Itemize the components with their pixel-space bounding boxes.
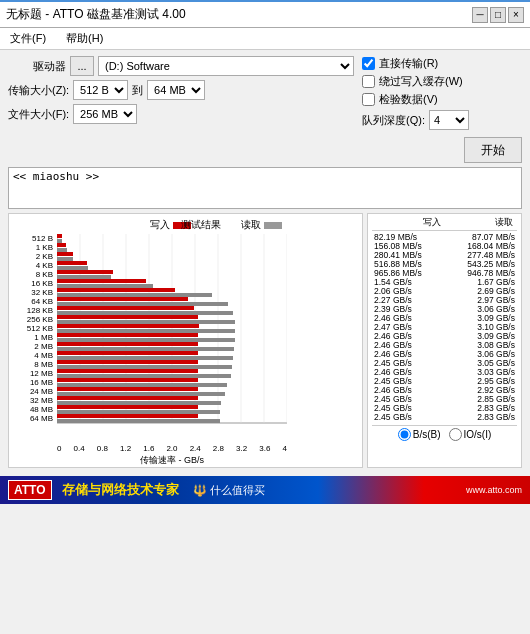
start-button[interactable]: 开始 bbox=[464, 137, 522, 163]
bar-row bbox=[57, 243, 287, 252]
read-legend-label: 读取 bbox=[241, 218, 261, 232]
result-read: 2.83 GB/s bbox=[477, 412, 515, 422]
bar-row bbox=[57, 270, 287, 279]
write-cache-checkbox[interactable] bbox=[362, 75, 375, 88]
right-controls: 直接传输(R) 绕过写入缓存(W) 检验数据(V) 队列深度(Q): 4 开始 bbox=[362, 56, 522, 163]
row-label: 128 KB bbox=[13, 306, 53, 315]
bar-row bbox=[57, 315, 287, 324]
bytes-radio[interactable] bbox=[398, 428, 411, 441]
results-rows: 82.19 MB/s87.07 MB/s156.08 MB/s168.04 MB… bbox=[372, 232, 517, 421]
queue-label: 队列深度(Q): bbox=[362, 113, 425, 128]
row-label: 4 MB bbox=[13, 351, 53, 360]
write-bar bbox=[57, 234, 62, 238]
bar-row bbox=[57, 333, 287, 342]
maximize-button[interactable]: □ bbox=[490, 7, 506, 23]
verify-checkbox[interactable] bbox=[362, 93, 375, 106]
bottom-watermark: 🔱 什么值得买 bbox=[193, 483, 265, 498]
direct-transfer-checkbox[interactable] bbox=[362, 57, 375, 70]
direct-transfer-label: 直接传输(R) bbox=[379, 56, 438, 71]
row-label: 1 MB bbox=[13, 333, 53, 342]
write-bar bbox=[57, 342, 198, 346]
chart-title-label: 测试结果 bbox=[181, 218, 221, 232]
write-bar bbox=[57, 351, 198, 355]
row-label: 512 KB bbox=[13, 324, 53, 333]
window-controls: ─ □ × bbox=[472, 7, 524, 23]
row-label: 24 MB bbox=[13, 387, 53, 396]
minimize-button[interactable]: ─ bbox=[472, 7, 488, 23]
write-bar bbox=[57, 414, 198, 418]
bar-row bbox=[57, 369, 287, 378]
row-label: 12 MB bbox=[13, 369, 53, 378]
results-write-header: 写入 bbox=[372, 216, 445, 229]
verify-label: 检验数据(V) bbox=[379, 92, 438, 107]
atto-logo: ATTO bbox=[8, 480, 52, 500]
write-cache-label: 绕过写入缓存(W) bbox=[379, 74, 463, 89]
bar-row bbox=[57, 306, 287, 315]
row-label: 64 MB bbox=[13, 414, 53, 423]
file-menu[interactable]: 文件(F) bbox=[6, 30, 50, 47]
x-axis-title: 传输速率 - GB/s bbox=[57, 454, 287, 467]
read-bar bbox=[57, 419, 220, 423]
results-header: 写入 读取 bbox=[372, 216, 517, 231]
io-radio-label[interactable]: IO/s(I) bbox=[449, 428, 492, 441]
queue-select[interactable]: 4 bbox=[429, 110, 469, 130]
bottom-tagline: 存储与网络技术专家 bbox=[62, 481, 179, 499]
left-controls: 驱动器 ... (D:) Software 传输大小(Z): 512 B 到 6… bbox=[8, 56, 354, 124]
row-label: 8 KB bbox=[13, 270, 53, 279]
chart-section: 测试结果 写入 读取 bbox=[8, 213, 522, 468]
filesize-select[interactable]: 256 MB bbox=[73, 104, 137, 124]
write-bar bbox=[57, 396, 198, 400]
io-radio[interactable] bbox=[449, 428, 462, 441]
transfer-size-row: 传输大小(Z): 512 B 到 64 MB bbox=[8, 80, 354, 100]
controls-section: 驱动器 ... (D:) Software 传输大小(Z): 512 B 到 6… bbox=[8, 56, 522, 163]
bar-row bbox=[57, 351, 287, 360]
bytes-radio-label[interactable]: B/s(B) bbox=[398, 428, 441, 441]
transfer-to-select[interactable]: 64 MB bbox=[147, 80, 205, 100]
filesize-row: 文件大小(F): 256 MB bbox=[8, 104, 354, 124]
window-title: 无标题 - ATTO 磁盘基准测试 4.00 bbox=[6, 6, 472, 23]
row-label: 4 KB bbox=[13, 261, 53, 270]
write-legend-label: 写入 bbox=[150, 218, 170, 232]
row-label: 16 MB bbox=[13, 378, 53, 387]
to-label: 到 bbox=[132, 83, 143, 98]
write-cache-row: 绕过写入缓存(W) bbox=[362, 74, 522, 89]
help-menu[interactable]: 帮助(H) bbox=[62, 30, 107, 47]
write-bar bbox=[57, 405, 198, 409]
results-read-header: 读取 bbox=[445, 216, 514, 229]
row-label: 256 KB bbox=[13, 315, 53, 324]
bar-row bbox=[57, 279, 287, 288]
bar-row bbox=[57, 297, 287, 306]
browse-button[interactable]: ... bbox=[70, 56, 94, 76]
bottom-bar: ATTO 存储与网络技术专家 🔱 什么值得买 www.atto.com bbox=[0, 476, 530, 504]
write-bar bbox=[57, 270, 113, 274]
row-label: 512 B bbox=[13, 234, 53, 243]
drive-row: 驱动器 ... (D:) Software bbox=[8, 56, 354, 76]
write-bar bbox=[57, 360, 198, 364]
filesize-label: 文件大小(F): bbox=[8, 107, 69, 122]
read-legend-box bbox=[264, 222, 282, 229]
row-label: 2 MB bbox=[13, 342, 53, 351]
row-label: 2 KB bbox=[13, 252, 53, 261]
write-bar bbox=[57, 279, 146, 283]
queue-row: 队列深度(Q): 4 bbox=[362, 110, 522, 130]
row-label: 48 MB bbox=[13, 405, 53, 414]
write-bar bbox=[57, 369, 198, 373]
write-bar bbox=[57, 252, 73, 256]
write-bar bbox=[57, 297, 188, 301]
write-bar bbox=[57, 243, 66, 247]
transfer-from-select[interactable]: 512 B bbox=[73, 80, 128, 100]
write-bar bbox=[57, 261, 87, 265]
write-bar bbox=[57, 378, 198, 382]
row-label: 64 KB bbox=[13, 297, 53, 306]
write-bar bbox=[57, 387, 198, 391]
description-textarea[interactable]: << miaoshu >> bbox=[8, 167, 522, 209]
close-button[interactable]: × bbox=[508, 7, 524, 23]
bar-row bbox=[57, 342, 287, 351]
row-label: 1 KB bbox=[13, 243, 53, 252]
write-bar bbox=[57, 324, 199, 328]
drive-select[interactable]: (D:) Software bbox=[98, 56, 354, 76]
write-bar bbox=[57, 306, 194, 310]
direct-transfer-row: 直接传输(R) bbox=[362, 56, 522, 71]
write-bar bbox=[57, 288, 175, 292]
menu-bar: 文件(F) 帮助(H) bbox=[0, 28, 530, 50]
